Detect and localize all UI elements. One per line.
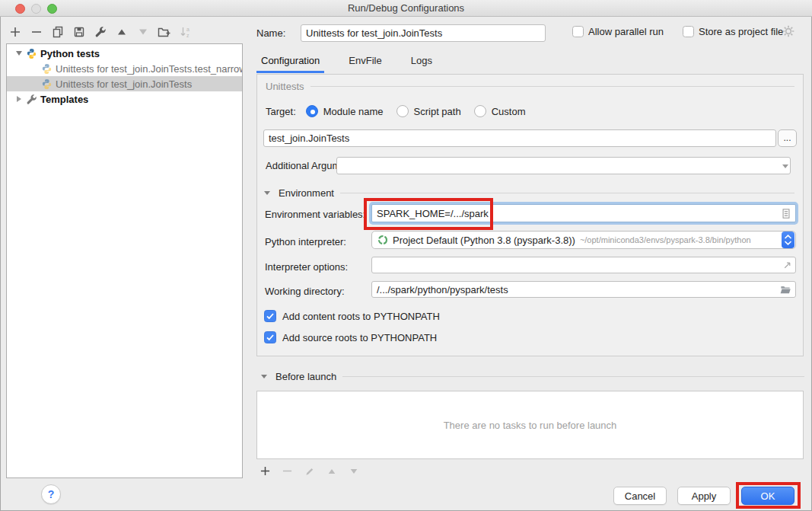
new-folder-icon[interactable] [158, 25, 170, 38]
python-interpreter-value: Project Default (Python 3.8 (pyspark-3.8… [393, 235, 575, 246]
unittests-group-title: Unittests [266, 81, 304, 92]
environment-variables-input[interactable] [377, 208, 780, 219]
checkbox-checked-icon [264, 310, 276, 322]
minimize-window-button[interactable] [31, 4, 41, 14]
target-label: Target: [266, 106, 296, 117]
add-source-roots-checkbox[interactable]: Add source roots to PYTHONPATH [264, 331, 437, 343]
edit-task-pencil-icon[interactable] [303, 465, 316, 477]
add-content-roots-label: Add content roots to PYTHONPATH [282, 311, 440, 322]
python-interpreter-dropdown[interactable]: Project Default (Python 3.8 (pyspark-3.8… [371, 231, 796, 249]
expand-field-icon[interactable] [781, 259, 793, 271]
tree-item-unittest-jointests-selected[interactable]: Unittests for test_join.JoinTests [7, 76, 242, 91]
environment-variables-label: Environment variables: [265, 209, 365, 220]
help-question-icon: ? [48, 488, 55, 500]
cancel-button[interactable]: Cancel [613, 487, 667, 505]
title-bar: Run/Debug Configurations [0, 0, 812, 17]
add-task-icon[interactable] [259, 465, 272, 477]
checkbox-unchecked-icon [683, 26, 694, 37]
radio-label: Script path [414, 106, 461, 117]
interpreter-options-input[interactable] [371, 257, 796, 273]
collapse-arrow-icon[interactable] [13, 47, 25, 59]
python-test-config-icon [40, 62, 53, 75]
ok-button[interactable]: OK [741, 487, 794, 505]
tree-item-label: Templates [40, 94, 88, 105]
add-source-roots-label: Add source roots to PYTHONPATH [282, 332, 437, 343]
python-test-config-icon [40, 78, 53, 90]
name-input[interactable] [301, 24, 546, 42]
radio-script-path[interactable]: Script path [396, 105, 461, 117]
conda-env-icon [377, 235, 388, 245]
environment-section-header: Environment [264, 187, 794, 199]
move-task-up-icon[interactable] [325, 465, 338, 477]
folder-icon[interactable] [779, 283, 791, 295]
divider [340, 193, 794, 193]
sort-alphabetically-icon[interactable]: a z [179, 25, 192, 38]
move-up-icon[interactable] [115, 25, 128, 38]
radio-custom[interactable]: Custom [474, 105, 526, 117]
tree-item-label: Unittests for test_join.JoinTests.test_n… [56, 63, 242, 75]
radio-unselected-icon [474, 105, 486, 117]
environment-variables-field[interactable] [371, 204, 796, 222]
copy-icon[interactable] [51, 25, 64, 38]
divider [342, 376, 804, 377]
close-window-button[interactable] [15, 4, 25, 14]
chevron-down-icon[interactable] [779, 160, 791, 172]
move-task-down-icon[interactable] [347, 465, 360, 477]
allow-parallel-run-checkbox[interactable]: Allow parallel run [572, 26, 664, 37]
configuration-panel: Unittests Target: Module name Script pat… [256, 74, 804, 356]
before-launch-header: Before launch [261, 371, 804, 382]
radio-label: Module name [323, 106, 384, 117]
zoom-window-button[interactable] [47, 4, 57, 14]
move-down-icon[interactable] [136, 25, 149, 38]
remove-task-icon[interactable] [281, 465, 294, 477]
interpreter-options-label: Interpreter options: [265, 261, 348, 273]
tab-configuration[interactable]: Configuration [256, 49, 324, 73]
save-icon[interactable] [72, 25, 85, 38]
gear-icon[interactable] [782, 24, 795, 38]
add-icon[interactable] [8, 25, 21, 38]
before-launch-title: Before launch [275, 371, 336, 382]
radio-unselected-icon [396, 105, 409, 117]
dropdown-stepper-icon[interactable] [782, 232, 794, 248]
svg-text:a: a [186, 27, 189, 32]
collapse-arrow-icon[interactable] [261, 375, 267, 378]
before-launch-toolbar [259, 465, 360, 477]
environment-section-title: Environment [279, 187, 334, 199]
browse-button[interactable]: ... [778, 129, 797, 147]
run-configurations-tree: Python tests Unittests for test_join.Joi… [6, 43, 243, 478]
tree-item-unittest-narrow[interactable]: Unittests for test_join.JoinTests.test_n… [7, 61, 242, 76]
help-button[interactable]: ? [41, 484, 61, 504]
working-directory-label: Working directory: [265, 286, 345, 297]
before-launch-task-list: There are no tasks to run before launch [256, 391, 804, 459]
additional-arguments-input[interactable] [336, 157, 791, 174]
store-as-project-file-checkbox[interactable]: Store as project file [683, 26, 783, 37]
python-tests-icon [25, 47, 37, 59]
add-content-roots-checkbox[interactable]: Add content roots to PYTHONPATH [264, 310, 440, 322]
python-interpreter-path: ~/opt/miniconda3/envs/pyspark-3.8/bin/py… [580, 235, 777, 244]
unittests-group-header: Unittests [266, 81, 794, 92]
radio-module-name[interactable]: Module name [306, 105, 384, 117]
collapse-arrow-icon[interactable] [264, 191, 270, 195]
tree-item-templates[interactable]: Templates [7, 91, 242, 107]
window-title: Run/Debug Configurations [348, 2, 464, 14]
allow-parallel-run-label: Allow parallel run [588, 26, 664, 37]
working-directory-input[interactable] [371, 281, 796, 298]
browse-variables-list-icon[interactable] [780, 207, 792, 219]
before-launch-empty-text: There are no tasks to run before launch [444, 420, 617, 431]
radio-selected-icon [306, 105, 318, 117]
target-row: Target: Module name Script path Custom [266, 105, 538, 117]
edit-templates-wrench-icon[interactable] [94, 25, 107, 38]
checkbox-checked-icon [264, 331, 276, 343]
module-name-input[interactable] [263, 129, 776, 147]
tab-envfile[interactable]: EnvFile [344, 49, 386, 73]
config-tabs: Configuration EnvFile Logs [256, 49, 437, 73]
tab-logs[interactable]: Logs [406, 49, 437, 73]
expand-arrow-icon[interactable] [13, 93, 25, 105]
checkbox-unchecked-icon [572, 26, 584, 37]
radio-label: Custom [492, 106, 526, 117]
apply-button[interactable]: Apply [677, 487, 731, 505]
tree-item-python-tests[interactable]: Python tests [7, 46, 242, 61]
run-config-toolbar: a z [8, 25, 192, 38]
python-interpreter-label: Python interpreter: [265, 236, 346, 248]
remove-icon[interactable] [30, 25, 43, 38]
